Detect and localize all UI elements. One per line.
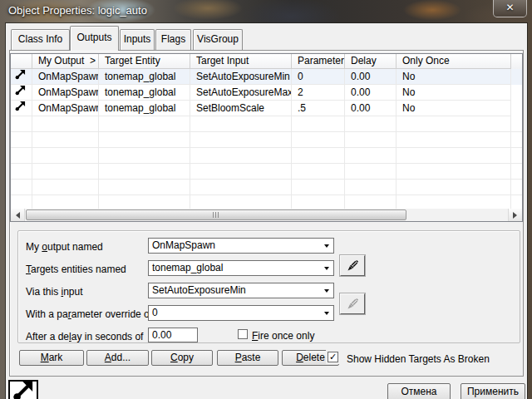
chevron-down-icon: [324, 312, 329, 318]
paste-button[interactable]: Paste: [217, 350, 278, 366]
outputs-list[interactable]: My Output > Target Entity Target Input P…: [10, 53, 523, 222]
column-header-icon[interactable]: [11, 54, 32, 69]
column-header-only-once[interactable]: Only Once: [397, 54, 511, 69]
table-row[interactable]: OnMapSpawn tonemap_global SetAutoExposur…: [11, 69, 522, 85]
column-header-parameter[interactable]: Parameter: [292, 54, 345, 69]
cell-delay: 0.00: [345, 85, 397, 101]
pick-entity-button[interactable]: [340, 255, 365, 276]
cell-my-output: OnMapSpawn: [32, 85, 99, 101]
show-hidden-checkbox[interactable]: ✓: [328, 352, 338, 362]
tab-flags[interactable]: Flags: [155, 29, 191, 50]
delay-input[interactable]: 0.00: [148, 328, 198, 342]
cell-target-entity: tonemap_global: [99, 101, 190, 116]
outputs-list-header: My Output > Target Entity Target Input P…: [11, 54, 522, 69]
output-connection-icon-box: [8, 380, 38, 399]
cell-my-output: OnMapSpawn: [32, 101, 99, 116]
via-input-combo[interactable]: SetAutoExposureMin: [148, 283, 334, 298]
parameter-override-label: With a parameter override of: [26, 308, 152, 320]
object-properties-dialog: Object Properties: logic_auto ✕ Class In…: [0, 0, 532, 399]
eyedropper-icon: [345, 258, 361, 273]
empty-grid-area: [11, 116, 522, 209]
cell-only-once: No: [397, 101, 511, 116]
cell-parameter: 2: [292, 85, 345, 101]
cell-only-once: No: [397, 85, 511, 101]
apply-button[interactable]: Применить: [461, 383, 525, 399]
via-input-label: Via this input: [26, 286, 83, 298]
my-output-combo[interactable]: OnMapSpawn: [148, 238, 334, 254]
cell-target-input: SetBloomScale: [190, 101, 292, 116]
fire-once-label: Fire once only: [252, 330, 314, 342]
cell-only-once: No: [397, 69, 511, 85]
pick-parameter-button: [340, 293, 365, 314]
column-header-target-entity[interactable]: Target Entity: [99, 54, 190, 69]
cell-target-entity: tonemap_global: [99, 85, 190, 101]
chevron-down-icon: [324, 267, 329, 273]
scroll-left-button[interactable]: [11, 209, 25, 221]
chevron-down-icon: [324, 244, 329, 250]
show-hidden-label: Show Hidden Targets As Broken: [347, 353, 490, 365]
cell-target-input: SetAutoExposureMin: [190, 69, 292, 85]
scroll-left-icon: [12, 212, 20, 219]
table-row[interactable]: OnMapSpawn tonemap_global SetAutoExposur…: [11, 85, 522, 101]
target-entities-combo[interactable]: tonemap_global: [148, 260, 334, 276]
close-icon: ✕: [505, 2, 514, 13]
scroll-right-icon: [513, 212, 520, 219]
copy-button[interactable]: Copy: [151, 350, 213, 366]
close-button[interactable]: ✕: [493, 0, 527, 17]
tab-inputs[interactable]: Inputs: [120, 29, 155, 50]
output-connection-icon: [12, 380, 34, 399]
eyedropper-icon: [345, 296, 361, 312]
column-header-delay[interactable]: Delay: [345, 54, 397, 69]
output-connection-icon: [11, 101, 32, 116]
add-button[interactable]: Add...: [86, 350, 149, 366]
cell-parameter: .5: [292, 101, 345, 116]
fire-once-checkbox[interactable]: [238, 329, 248, 339]
cell-parameter: 0: [292, 69, 345, 85]
scroll-right-button[interactable]: [508, 209, 522, 221]
column-header-target-input[interactable]: Target Input: [190, 54, 292, 69]
window-title: Object Properties: logic_auto: [8, 4, 147, 17]
tab-outputs[interactable]: Outputs: [70, 26, 119, 51]
mark-button[interactable]: Mark: [19, 350, 84, 366]
tab-visgroup[interactable]: VisGroup: [193, 29, 243, 50]
column-header-my-output[interactable]: My Output >: [32, 54, 99, 69]
cell-delay: 0.00: [345, 69, 397, 85]
my-output-label: My output named: [26, 241, 103, 253]
parameter-override-combo[interactable]: 0: [148, 305, 334, 321]
cell-target-input: SetAutoExposureMax: [190, 85, 292, 101]
scrollbar-thumb[interactable]: [26, 209, 406, 220]
target-entities-label: Targets entities named: [26, 264, 126, 275]
delay-label: After a delay in seconds of: [26, 331, 143, 342]
scrollbar-grip-icon: [213, 212, 220, 218]
output-connection-icon: [11, 85, 32, 101]
tab-class-info[interactable]: Class Info: [11, 29, 70, 50]
cell-my-output: OnMapSpawn: [32, 69, 99, 85]
horizontal-scrollbar[interactable]: [11, 209, 522, 221]
output-connection-icon: [11, 69, 32, 85]
scrollbar-track[interactable]: [25, 209, 508, 221]
cancel-button[interactable]: Отмена: [387, 383, 451, 399]
cell-delay: 0.00: [345, 101, 397, 116]
cell-target-entity: tonemap_global: [99, 69, 190, 85]
chevron-down-icon: [324, 289, 329, 295]
table-row[interactable]: OnMapSpawn tonemap_global SetBloomScale …: [11, 101, 522, 116]
